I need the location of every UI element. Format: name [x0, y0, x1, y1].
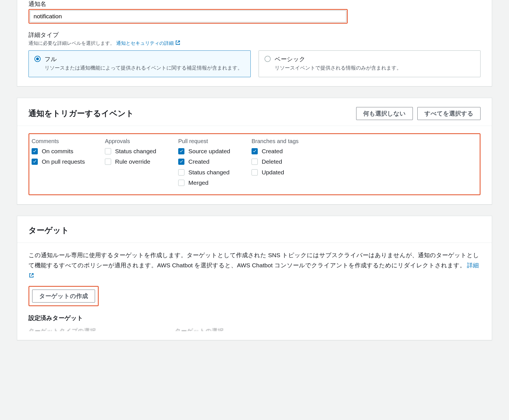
detail-type-link[interactable]: 通知とセキュリティの詳細	[116, 41, 180, 46]
targets-title: ターゲット	[28, 225, 481, 236]
notification-name-label: 通知名	[28, 0, 481, 8]
event-checkbox-row[interactable]: Status changed	[178, 168, 235, 176]
checkbox-icon	[105, 148, 111, 154]
checkbox-icon	[32, 159, 38, 165]
external-link-icon	[29, 271, 34, 275]
radio-icon	[34, 56, 41, 62]
select-all-button[interactable]: すべてを選択する	[417, 107, 481, 120]
events-column: ApprovalsStatus changedRule override	[105, 138, 161, 189]
event-label: On commits	[42, 147, 73, 155]
notification-name-highlight	[28, 9, 348, 24]
event-checkbox-row[interactable]: Updated	[252, 168, 308, 176]
settings-panel: 通知名 詳細タイプ 通知に必要な詳細レベルを選択します。 通知とセキュリティの詳…	[17, 0, 492, 86]
events-highlight: CommentsOn commitsOn pull requestsApprov…	[28, 133, 481, 195]
events-title: 通知をトリガーするイベント	[28, 108, 134, 119]
event-checkbox-row[interactable]: Deleted	[252, 158, 308, 165]
event-checkbox-row[interactable]: Status changed	[105, 147, 161, 155]
deselect-all-button[interactable]: 何も選択しない	[356, 107, 413, 120]
events-grid: CommentsOn commitsOn pull requestsApprov…	[29, 134, 480, 194]
cutoff-row: ターゲットタイプの選択 ターゲットの選択	[28, 327, 481, 331]
events-column: Pull requestSource updatedCreatedStatus …	[178, 138, 235, 189]
event-checkbox-row[interactable]: Created	[178, 158, 235, 165]
event-label: Rule override	[115, 158, 150, 165]
checkbox-icon	[252, 169, 258, 175]
event-checkbox-row[interactable]: Merged	[178, 179, 235, 186]
event-checkbox-row[interactable]: Rule override	[105, 158, 161, 165]
detail-type-options: フル リソースまたは通知機能によって提供されるイベントに関する補足情報が含まれま…	[28, 50, 481, 77]
checkbox-icon	[252, 159, 258, 165]
events-column-title: Branches and tags	[252, 138, 308, 145]
events-column-title: Approvals	[105, 138, 161, 145]
detail-type-sub: 通知に必要な詳細レベルを選択します。 通知とセキュリティの詳細	[28, 40, 481, 46]
notification-name-input[interactable]	[30, 10, 346, 22]
create-target-button[interactable]: ターゲットの作成	[32, 290, 95, 303]
checkbox-icon	[178, 180, 184, 186]
detail-type-full[interactable]: フル リソースまたは通知機能によって提供されるイベントに関する補足情報が含まれま…	[28, 50, 251, 77]
detail-type-full-desc: リソースまたは通知機能によって提供されるイベントに関する補足情報が含まれます。	[45, 64, 243, 72]
events-panel: 通知をトリガーするイベント 何も選択しない すべてを選択する CommentsO…	[17, 98, 492, 205]
checkbox-icon	[178, 148, 184, 154]
event-label: On pull requests	[42, 158, 85, 165]
event-label: Status changed	[188, 168, 230, 176]
event-checkbox-row[interactable]: On commits	[32, 147, 88, 155]
checkbox-icon	[178, 169, 184, 175]
event-label: Merged	[188, 179, 208, 186]
checkbox-icon	[178, 159, 184, 165]
event-checkbox-row[interactable]: Created	[252, 147, 308, 155]
event-checkbox-row[interactable]: On pull requests	[32, 158, 88, 165]
checkbox-icon	[252, 148, 258, 154]
detail-type-full-title: フル	[45, 55, 243, 63]
events-column: Branches and tagsCreatedDeletedUpdated	[252, 138, 308, 189]
radio-icon	[265, 56, 271, 62]
event-label: Created	[188, 158, 210, 165]
event-label: Created	[262, 147, 283, 155]
event-label: Source updated	[188, 147, 230, 155]
events-column-title: Pull request	[178, 138, 235, 145]
detail-type-basic[interactable]: ベーシック リソースイベントで提供される情報のみが含まれます。	[259, 50, 481, 77]
detail-type-label: 詳細タイプ	[28, 31, 481, 39]
external-link-icon	[175, 40, 180, 45]
create-target-highlight: ターゲットの作成	[28, 286, 99, 306]
event-label: Deleted	[262, 158, 282, 165]
checkbox-icon	[105, 159, 111, 165]
detail-type-basic-title: ベーシック	[275, 55, 402, 63]
event-label: Updated	[262, 168, 284, 176]
targets-desc: この通知ルール専用に使用するターゲットを作成します。ターゲットとして作成された …	[28, 250, 481, 280]
events-column-title: Comments	[32, 138, 88, 145]
events-column: CommentsOn commitsOn pull requests	[32, 138, 88, 189]
checkbox-icon	[32, 148, 38, 154]
detail-type-basic-desc: リソースイベントで提供される情報のみが含まれます。	[275, 64, 402, 72]
targets-panel: ターゲット この通知ルール専用に使用するターゲットを作成します。ターゲットとして…	[17, 216, 492, 340]
event-checkbox-row[interactable]: Source updated	[178, 147, 235, 155]
event-label: Status changed	[115, 147, 156, 155]
configured-targets-title: 設定済みターゲット	[28, 314, 481, 322]
